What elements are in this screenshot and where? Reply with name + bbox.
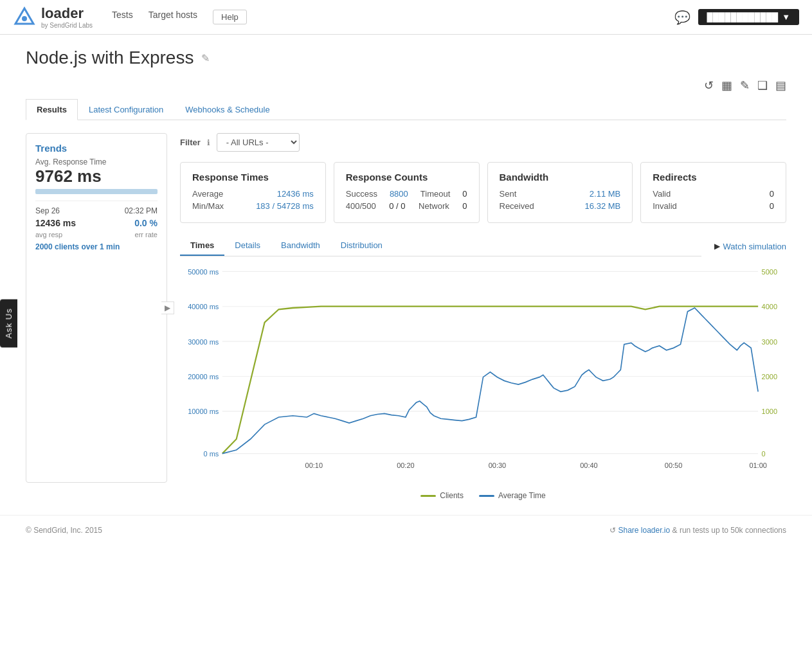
svg-text:30000 ms: 30000 ms: [188, 338, 219, 346]
legend-avg-time: Average Time: [479, 491, 546, 500]
filter-select[interactable]: - All URLs -: [217, 133, 300, 152]
response-times-title: Response Times: [192, 172, 314, 183]
page-title-row: Node.js with Express ✎: [26, 48, 786, 68]
footer-share-suffix: & run tests up to 50k connections: [672, 526, 786, 535]
stat-avg-key: Average: [192, 189, 223, 199]
svg-text:01:00: 01:00: [749, 462, 766, 469]
svg-text:00:10: 00:10: [305, 462, 323, 469]
user-dropdown[interactable]: ████████████ ▼: [698, 9, 799, 25]
nav-links: Tests Target hosts Help: [112, 10, 674, 24]
svg-text:40000 ms: 40000 ms: [188, 303, 219, 310]
trends-title: Trends: [35, 143, 158, 154]
stat-success-row: Success 8800 Timeout 0: [346, 189, 467, 199]
sidebar-metric: 12436 ms: [35, 218, 76, 228]
legend-clients-line: [420, 495, 436, 497]
sub-tab-distribution[interactable]: Distribution: [330, 236, 393, 256]
help-button[interactable]: Help: [213, 10, 247, 24]
svg-text:00:50: 00:50: [665, 462, 682, 469]
redirects-card: Redirects Valid 0 Invalid 0: [640, 162, 786, 223]
calendar-icon[interactable]: ▦: [721, 78, 732, 93]
legend-clients-label: Clients: [440, 491, 464, 500]
logo-text: loader: [41, 5, 84, 21]
content-area: Trends Avg. Response Time 9762 ms Sep 26…: [26, 133, 786, 483]
refresh-icon[interactable]: ↺: [704, 78, 714, 93]
svg-text:0 ms: 0 ms: [204, 450, 219, 458]
share-link[interactable]: Share loader.io: [618, 526, 670, 535]
response-times-card: Response Times Average 12436 ms Min/Max …: [180, 162, 326, 223]
user-label: ████████████: [707, 12, 779, 22]
sub-tab-times[interactable]: Times: [180, 236, 224, 256]
stat-valid-row: Valid 0: [653, 189, 774, 199]
sidebar-divider: [35, 201, 158, 201]
edit-icon[interactable]: ✎: [740, 78, 750, 93]
response-counts-card: Response Counts Success 8800 Timeout 0 4…: [334, 162, 480, 223]
main-tabs: Results Latest Configuration Webhooks & …: [26, 99, 786, 120]
chart-container: 50000 ms 40000 ms 30000 ms 20000 ms 1000…: [180, 264, 786, 483]
top-nav: loader by SendGrid Labs Tests Target hos…: [0, 0, 812, 35]
tab-webhooks[interactable]: Webhooks & Schedule: [174, 99, 280, 120]
svg-text:00:30: 00:30: [489, 462, 506, 469]
chart-svg: 50000 ms 40000 ms 30000 ms 20000 ms 1000…: [180, 264, 786, 483]
nav-tests[interactable]: Tests: [112, 10, 133, 24]
watch-simulation-link[interactable]: ▶ Watch simulation: [714, 242, 787, 251]
stat-minmax-val: 183 / 54728 ms: [256, 201, 314, 211]
sidebar-labels-row: avg resp err rate: [35, 231, 158, 238]
stat-avg-val: 12436 ms: [277, 189, 314, 199]
svg-text:0: 0: [762, 450, 766, 458]
dropdown-arrow: ▼: [782, 12, 790, 22]
sub-tab-bandwidth[interactable]: Bandwidth: [271, 236, 330, 256]
stat-sent-val: 2.11 MB: [590, 189, 620, 199]
nav-target-hosts[interactable]: Target hosts: [149, 10, 197, 24]
watch-sim-icon: ▶: [714, 242, 720, 251]
sidebar-date: Sep 26: [35, 206, 60, 215]
footer-refresh-icon: ↺: [609, 526, 616, 535]
stat-avg-row: Average 12436 ms: [192, 189, 314, 199]
stat-success-val: 8800: [390, 189, 408, 199]
stat-sent-row: Sent 2.11 MB: [500, 189, 621, 199]
svg-text:2000: 2000: [762, 373, 777, 381]
tab-latest-config[interactable]: Latest Configuration: [78, 99, 174, 120]
stat-network-key: Network: [419, 201, 449, 211]
filter-info-icon: ℹ: [207, 138, 210, 147]
footer: © SendGrid, Inc. 2015 ↺ Share loader.io …: [0, 515, 812, 545]
stat-received-val: 16.32 MB: [585, 201, 621, 211]
avg-response-value: 9762 ms: [35, 166, 158, 186]
svg-text:1000: 1000: [762, 408, 777, 415]
logo-area: loader by SendGrid Labs: [13, 5, 93, 29]
err-label: err rate: [135, 231, 158, 238]
folder-icon[interactable]: ▤: [775, 78, 786, 93]
stat-valid-val: 0: [770, 189, 774, 199]
svg-point-1: [22, 16, 27, 21]
stat-minmax-row: Min/Max 183 / 54728 ms: [192, 201, 314, 211]
page-title: Node.js with Express: [26, 48, 194, 68]
svg-text:4000: 4000: [762, 303, 777, 310]
stat-timeout-val: 0: [462, 189, 467, 199]
legend-clients: Clients: [420, 491, 464, 500]
stats-row: Response Times Average 12436 ms Min/Max …: [180, 162, 786, 223]
redirects-title: Redirects: [653, 172, 774, 183]
sidebar-clients: 2000 clients over 1 min: [35, 242, 158, 251]
stat-minmax-key: Min/Max: [192, 201, 224, 211]
edit-page-icon[interactable]: ✎: [201, 52, 210, 64]
ask-us-button[interactable]: Ask Us: [0, 299, 17, 347]
sidebar-expand-arrow[interactable]: ▶: [161, 301, 174, 314]
bandwidth-title: Bandwidth: [500, 172, 621, 183]
chat-icon[interactable]: 💬: [674, 10, 690, 25]
clients-text: 2000 clients over: [35, 242, 98, 251]
copy-icon[interactable]: ❑: [757, 78, 768, 93]
stat-400-row: 400/500 0 / 0 Network 0: [346, 201, 467, 211]
stat-400-val: 0 / 0: [389, 201, 405, 211]
trends-sidebar: Trends Avg. Response Time 9762 ms Sep 26…: [26, 133, 167, 483]
nav-right: 💬 ████████████ ▼: [674, 9, 799, 25]
sidebar-metric-row: 12436 ms 0.0 %: [35, 218, 158, 228]
main-content: Node.js with Express ✎ ↺ ▦ ✎ ❑ ▤ Results…: [0, 35, 812, 496]
stat-invalid-val: 0: [770, 201, 774, 211]
sub-tab-details[interactable]: Details: [224, 236, 271, 256]
tab-results[interactable]: Results: [26, 99, 78, 120]
stat-400-key: 400/500: [346, 201, 376, 211]
svg-text:10000 ms: 10000 ms: [188, 408, 219, 415]
stat-received-key: Received: [500, 201, 534, 211]
legend-avg-label: Average Time: [498, 491, 546, 500]
logo-icon: [13, 6, 36, 29]
svg-text:20000 ms: 20000 ms: [188, 373, 219, 381]
